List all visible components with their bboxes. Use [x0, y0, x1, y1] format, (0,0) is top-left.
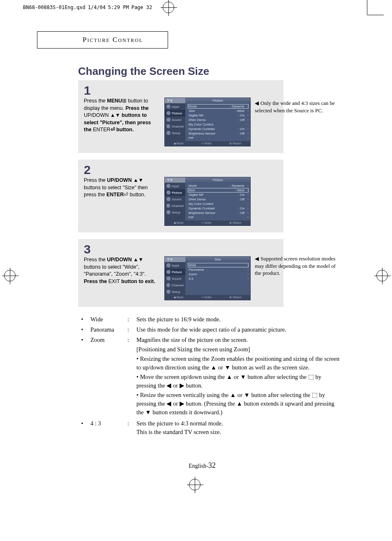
osd-row: Brightness Sensor: Off: [188, 211, 249, 215]
osd-row: Zoom: [188, 272, 249, 276]
step-number: 3: [84, 243, 278, 255]
osd-list: Mode: DynamicSize: WideDigital NR: OnDNI…: [185, 103, 250, 141]
osd-list: WidePanoramaZoom4:3: [185, 262, 250, 295]
osd-row: Dynamic Contrast: On: [188, 127, 249, 131]
pointer-left-icon: ◀: [255, 255, 259, 262]
osd-section-title: Picture: [185, 98, 250, 103]
osd-footer-hint: ⏎ Enter: [201, 221, 212, 225]
mode-desc-panorama: Use this mode for the wide aspect ratio …: [136, 325, 341, 334]
osd-side-icon: [166, 124, 170, 128]
osd-side-item: Sound: [165, 275, 185, 282]
page-title: Changing the Screen Size: [37, 65, 367, 78]
zoom-sub-2: • Resize the screen vertically using the…: [136, 391, 341, 417]
osd-row: My Color Control: [188, 122, 249, 127]
mode-label-panorama: Panorama: [90, 325, 123, 334]
mode-desc-43a: Sets the picture to 4:3 normal mode.: [136, 419, 341, 428]
step-number: 1: [84, 84, 278, 97]
osd-tv-label: T V: [165, 98, 185, 103]
osd-row: Digital NR: On: [188, 193, 249, 197]
osd-row: Brightness Sensor: Off: [188, 131, 249, 136]
osd-footer: ◆ Move⏎ Enter⊞ Return: [165, 141, 250, 146]
osd-side-item: Channel: [165, 123, 185, 130]
osd-screenshot: T VSize InputPictureSoundChannelSetup Wi…: [164, 256, 251, 300]
osd-side-icon: [166, 118, 171, 122]
osd-row: DNIe Demo: Off: [188, 197, 249, 202]
osd-footer-hint: ◆ Move: [174, 142, 184, 145]
osd-footer-hint: ⏎ Enter: [201, 296, 212, 299]
step-number: 2: [84, 164, 278, 176]
osd-row: Wide: [188, 263, 249, 267]
print-filename: BN68-00883S-01Eng.qxd: [23, 5, 85, 10]
step-block: 3 Press the UP/DOWN ▲▼ buttons to select…: [78, 239, 284, 307]
osd-side-item: Input: [165, 262, 185, 269]
step-instructions: Press the UP/DOWN ▲▼ buttons to select "…: [84, 256, 158, 285]
mode-desc-43b: This is the standard TV screen size.: [136, 428, 341, 437]
osd-row: Size: Wide: [188, 188, 249, 193]
osd-footer-hint: ⊞ Return: [229, 221, 241, 225]
osd-footer-hint: ⊞ Return: [229, 142, 241, 145]
osd-side-item: Sound: [165, 196, 185, 202]
osd-footer-hint: ◆ Move: [174, 221, 184, 225]
footer-lang: English-: [189, 463, 208, 469]
step-block: 2 Press the UP/DOWN ▲▼ buttons to select…: [78, 160, 284, 232]
step-instructions: Press the MENU⊞ button to display the me…: [84, 98, 158, 134]
osd-row: Panorama: [188, 267, 249, 272]
crop-mark-icon: [367, 15, 384, 15]
osd-side-item: Setup: [165, 130, 185, 136]
side-note: ◀Only the wide and 4:3 sizes can be sele…: [255, 100, 337, 114]
osd-side-item: Channel: [165, 202, 185, 209]
mode-desc-wide: Sets the picture to 16:9 wide mode.: [136, 315, 341, 324]
osd-side-item: Picture: [165, 269, 185, 275]
registration-mark-bottom-icon: [189, 479, 201, 490]
osd-side-icon: [166, 263, 171, 267]
osd-side-icon: [166, 204, 170, 208]
mode-label-wide: Wide: [90, 315, 123, 324]
osd-side-icon: [166, 184, 171, 188]
side-note: ◀Supported screen resolution modes may d…: [255, 255, 337, 277]
osd-side-item: Picture: [165, 110, 185, 116]
mode-label-43: 4 : 3: [90, 419, 123, 437]
osd-sidebar: InputPictureSoundChannelSetup: [165, 183, 185, 221]
footer-page-number: 32: [208, 461, 216, 469]
osd-footer-hint: ⏎ Enter: [201, 142, 212, 145]
osd-side-item: Setup: [165, 288, 185, 295]
osd-row: Dynamic Contrast: On: [188, 206, 249, 211]
osd-footer-hint: ⊞ Return: [229, 296, 241, 299]
osd-side-icon: [166, 190, 171, 195]
osd-side-item: Channel: [165, 282, 185, 288]
registration-mark-top-icon: [163, 2, 174, 13]
osd-screenshot: T VPicture InputPictureSoundChannelSetup…: [164, 98, 251, 146]
osd-tv-label: T V: [165, 257, 185, 262]
zoom-sub-0: • Resizing the screen using the Zoom ena…: [136, 355, 341, 372]
osd-section-title: Size: [185, 257, 250, 262]
osd-side-item: Input: [165, 103, 185, 110]
osd-footer: ◆ Move⏎ Enter⊞ Return: [165, 221, 250, 225]
osd-footer: ◆ Move⏎ Enter⊞ Return: [165, 295, 250, 300]
print-page: Page 32: [131, 5, 152, 10]
osd-side-icon: [166, 111, 171, 115]
step-block: 1 Press the MENU⊞ button to display the …: [78, 80, 284, 153]
mode-desc-zoom: Magnifies the size of the picture on the…: [136, 336, 341, 344]
print-time: 5:29 PM: [108, 5, 129, 10]
pointer-left-icon: ◀: [255, 100, 259, 106]
osd-side-icon: [166, 276, 171, 281]
crop-mark-icon: [367, 0, 367, 15]
osd-side-icon: [166, 197, 171, 201]
osd-section-title: Picture: [185, 177, 250, 183]
osd-side-item: Setup: [165, 209, 185, 216]
osd-row: PIP: [188, 136, 249, 140]
zoom-sub-1: • Move the screen up/down using the ▲ or…: [136, 373, 341, 390]
osd-list: Mode: DynamicSize: WideDigital NR: OnDNI…: [185, 183, 250, 221]
osd-row: Mode: Dynamic: [188, 183, 249, 188]
print-job-header: BN68-00883S-01Eng.qxd 1/4/04 5:29 PM Pag…: [0, 0, 392, 15]
registration-mark-right-icon: [376, 270, 388, 281]
osd-side-icon: [166, 131, 171, 135]
osd-side-icon: [166, 283, 170, 287]
osd-footer-hint: ◆ Move: [174, 296, 184, 299]
page-body: Picture Control Changing the Screen Size…: [0, 15, 392, 495]
page-footer: English-32: [37, 461, 367, 470]
registration-mark-left-icon: [4, 270, 16, 281]
osd-side-item: Sound: [165, 116, 185, 123]
osd-side-icon: [166, 270, 171, 274]
osd-side-item: Input: [165, 183, 185, 189]
